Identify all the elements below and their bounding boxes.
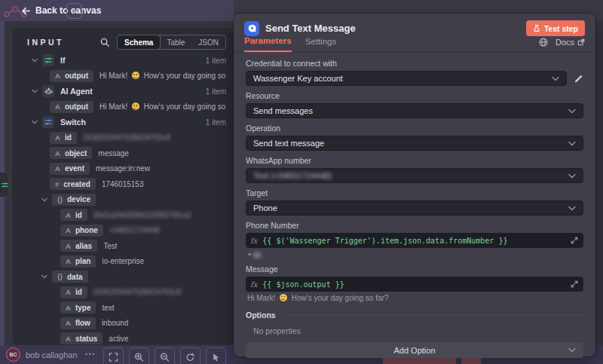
phone-number-expression: {{ $('Wassenger Trigger').item.json.data… [262, 237, 507, 245]
undo-button[interactable] [180, 347, 200, 364]
key-chip[interactable]: Aoutput [50, 101, 93, 113]
chevron-down-icon [568, 109, 576, 114]
type-icon: A [55, 133, 60, 142]
message-expression-input[interactable]: fx {{ $json.output }} [246, 277, 583, 292]
undo-icon [185, 352, 195, 362]
ndv-tabs: ParametersSettings Docs [234, 36, 595, 52]
key-chip[interactable]: Aphone [60, 225, 103, 237]
type-icon: A [66, 335, 71, 343]
avatar-initials: BC [9, 352, 17, 357]
tree-node-row[interactable]: If1 item [14, 53, 234, 69]
help-icon[interactable] [539, 38, 548, 47]
tree-row[interactable]: Aid2436255447528424703c8 [14, 130, 234, 146]
tree-row[interactable]: AoutputHi Mark! How's your day going so … [14, 99, 234, 115]
caret-down-icon[interactable] [32, 58, 38, 63]
item-count-badge: 1 item [206, 87, 226, 96]
key-name: output [65, 102, 88, 111]
key-chip[interactable]: {}device [52, 194, 96, 206]
display-tab-json[interactable]: JSON [191, 35, 225, 49]
pointer-button[interactable] [206, 347, 226, 364]
caret-down-icon[interactable] [41, 274, 47, 279]
zoom-out-button[interactable] [155, 347, 175, 364]
key-chip[interactable]: Aalias [60, 240, 97, 252]
phone-number-expression-input[interactable]: fx {{ $('Wassenger Trigger').item.json.d… [246, 233, 583, 248]
key-value: 2436255447528424703c8 [93, 288, 181, 296]
operation-select[interactable]: Send text message [246, 136, 583, 151]
tree-row[interactable]: Aplanio-enterprise [14, 254, 234, 270]
search-icon[interactable] [100, 38, 109, 47]
user-menu-button[interactable]: ••• [85, 350, 96, 358]
credential-select[interactable]: Wassenger Key account [246, 71, 567, 86]
tree-node-row[interactable]: AI Agent1 item [14, 84, 234, 99]
whatsapp-number-select[interactable]: Test (+34651724448) [246, 168, 583, 183]
tree-row[interactable]: Astatusactive [14, 331, 234, 345]
key-name: id [65, 133, 72, 142]
test-step-button[interactable]: Test step [526, 20, 585, 36]
tree-row[interactable]: Atypetext [14, 300, 234, 316]
add-option-button[interactable]: Add Option [246, 342, 583, 358]
whatsapp-number-value: Test (+34651724448) [253, 171, 332, 180]
key-chip[interactable]: Aid [50, 132, 77, 144]
key-name: status [75, 335, 97, 343]
key-value: 36d1a344308410205076fca2 [93, 211, 191, 219]
tab-settings[interactable]: Settings [305, 37, 337, 51]
expand-expression-icon[interactable] [571, 237, 578, 244]
key-chip[interactable]: #created [50, 178, 96, 190]
edit-credential-button[interactable] [574, 74, 583, 84]
tree-row[interactable]: Aobjectmessage [14, 145, 234, 161]
display-tab-schema[interactable]: Schema [118, 35, 160, 49]
tree-row[interactable]: Aeventmessage:in:new [14, 161, 234, 177]
key-name: phone [75, 226, 98, 234]
display-mode-tabs: SchemaTableJSON [117, 35, 226, 50]
expand-expression-icon[interactable] [571, 280, 578, 288]
avatar[interactable]: BC [6, 347, 20, 362]
display-tab-table[interactable]: Table [160, 35, 191, 49]
key-name: device [67, 195, 90, 203]
target-select[interactable]: Phone [246, 200, 583, 216]
tree-row[interactable]: AoutputHi Mark! How's your day going so … [14, 69, 234, 84]
key-chip[interactable]: Aplan [60, 255, 96, 268]
type-icon: A [55, 149, 60, 158]
tree-row[interactable]: Aid2436255447528424703c8 [14, 285, 234, 301]
chevron-down-icon [568, 173, 576, 179]
input-node-tab[interactable] [0, 172, 10, 197]
key-chip[interactable]: Atype [60, 301, 96, 314]
docs-link[interactable]: Docs [556, 38, 585, 47]
resource-select[interactable]: Send messages [246, 103, 583, 118]
fit-view-button[interactable] [103, 347, 124, 364]
fit-view-icon [109, 352, 118, 362]
tree-node-row[interactable]: Switch1 item [14, 115, 234, 130]
key-chip[interactable]: Astatus [60, 332, 103, 344]
caret-down-icon[interactable] [32, 89, 38, 93]
emoji-smile [132, 72, 139, 79]
tree-row[interactable]: #created1746015153 [14, 176, 234, 192]
key-chip[interactable]: Aevent [50, 163, 90, 175]
type-icon: A [55, 72, 60, 80]
if-node-icon [42, 54, 54, 66]
tab-parameters[interactable]: Parameters [244, 36, 292, 52]
key-chip[interactable]: Aflow [60, 317, 96, 329]
key-value: text [102, 304, 114, 312]
key-chip[interactable]: Aid [60, 209, 87, 221]
tree-row[interactable]: Aphone+34651724448 [14, 223, 234, 239]
zoom-in-button[interactable] [129, 347, 149, 364]
key-name: flow [75, 319, 90, 327]
tree-row[interactable]: AaliasTest [14, 238, 234, 254]
pointer-icon [211, 352, 221, 362]
key-chip[interactable]: Aoutput [50, 70, 93, 82]
caret-down-icon[interactable] [41, 197, 47, 202]
key-chip[interactable]: Aobject [50, 147, 92, 159]
emoji-smile [280, 294, 287, 301]
key-chip[interactable]: {}data [52, 271, 88, 283]
tree-row[interactable]: {}data [14, 269, 234, 285]
tree-row[interactable]: Aflowinbound [14, 316, 234, 332]
add-node-button[interactable]: + [66, 3, 82, 19]
caret-down-icon[interactable] [32, 120, 38, 124]
key-name: event [65, 164, 84, 173]
object-icon: {} [57, 273, 63, 280]
key-chip[interactable]: Aid [60, 286, 87, 298]
back-to-canvas-button[interactable]: Back to canvas [21, 5, 101, 16]
tree-row[interactable]: Aid36d1a344308410205076fca2 [14, 207, 234, 223]
key-name: plan [75, 257, 91, 265]
tree-row[interactable]: {}device [14, 192, 234, 208]
